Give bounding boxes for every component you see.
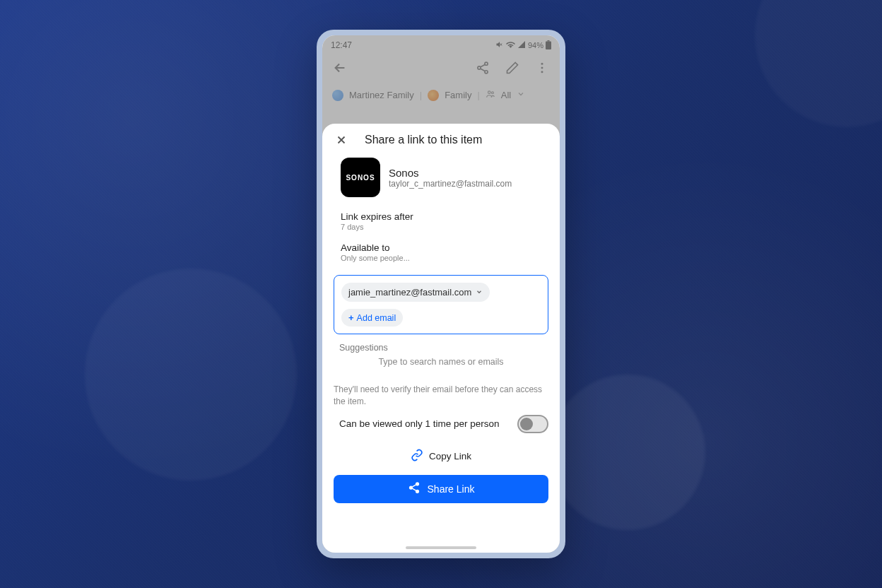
close-icon[interactable] bbox=[335, 134, 348, 146]
expires-label: Link expires after bbox=[341, 211, 541, 222]
copy-link-button[interactable]: Copy Link bbox=[334, 449, 548, 464]
setting-expires[interactable]: Link expires after 7 days bbox=[334, 208, 548, 234]
available-value: Only some people... bbox=[341, 254, 541, 262]
view-once-toggle[interactable] bbox=[517, 415, 548, 433]
svg-point-12 bbox=[416, 490, 418, 493]
email-chip[interactable]: jamie_martinez@fastmail.com bbox=[341, 283, 490, 302]
suggestions-hint: Type to search names or emails bbox=[334, 357, 548, 367]
toggle-knob bbox=[520, 418, 533, 430]
share-icon-white bbox=[408, 481, 421, 496]
plus-icon: + bbox=[348, 312, 354, 323]
share-link-button[interactable]: Share Link bbox=[334, 475, 548, 503]
email-box[interactable]: jamie_martinez@fastmail.com + Add email bbox=[334, 275, 548, 334]
svg-point-10 bbox=[416, 483, 418, 486]
item-logo: SONOS bbox=[341, 158, 380, 197]
setting-available[interactable]: Available to Only some people... bbox=[334, 240, 548, 265]
expires-value: 7 days bbox=[341, 223, 541, 231]
item-subtitle: taylor_c_martinez@fastmail.com bbox=[389, 179, 548, 189]
suggestions-label: Suggestions bbox=[334, 343, 548, 353]
available-label: Available to bbox=[341, 242, 541, 253]
sheet-title: Share a link to this item bbox=[365, 134, 482, 146]
add-email-button[interactable]: + Add email bbox=[341, 309, 403, 327]
add-email-label: Add email bbox=[357, 313, 396, 323]
copy-link-label: Copy Link bbox=[429, 451, 471, 461]
phone-frame: 12:47 94% bbox=[317, 30, 565, 558]
svg-point-11 bbox=[409, 486, 412, 489]
chevron-down-icon[interactable] bbox=[476, 288, 483, 297]
home-indicator[interactable] bbox=[406, 546, 476, 549]
toggle-label: Can be viewed only 1 time per person bbox=[339, 418, 500, 429]
email-chip-text: jamie_martinez@fastmail.com bbox=[348, 287, 471, 298]
item-name: Sonos bbox=[389, 167, 548, 179]
share-link-label: Share Link bbox=[428, 483, 475, 495]
link-icon bbox=[411, 449, 423, 464]
share-sheet: Share a link to this item SONOS Sonos ta… bbox=[322, 124, 560, 553]
verify-note: They'll need to verify their email befor… bbox=[334, 384, 548, 408]
